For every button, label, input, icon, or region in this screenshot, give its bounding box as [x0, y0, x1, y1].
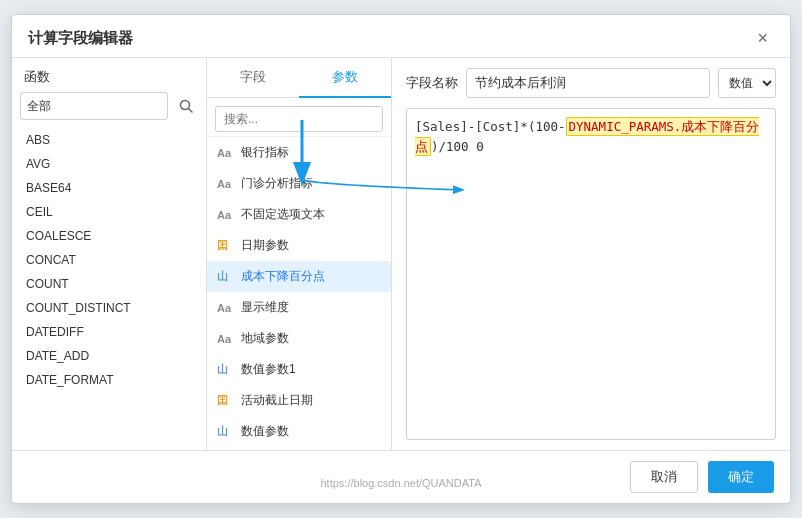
- param-search-box: [207, 98, 391, 137]
- func-count[interactable]: COUNT: [16, 272, 202, 296]
- tab-params[interactable]: 参数: [299, 58, 391, 98]
- param-clinic-label: 门诊分析指标: [241, 175, 313, 192]
- func-ceil[interactable]: CEIL: [16, 200, 202, 224]
- left-panel: 函数 全部 ABS AVG BASE64 CEIL COALESCE CO: [12, 58, 207, 450]
- param-cal-icon: 囯: [217, 393, 235, 408]
- param-aa-icon: Aa: [217, 147, 235, 159]
- filter-row: 全部: [12, 92, 206, 128]
- param-unfixed-label: 不固定选项文本: [241, 206, 325, 223]
- param-activity-date-label: 活动截止日期: [241, 392, 313, 409]
- func-abs[interactable]: ABS: [16, 128, 202, 152]
- param-display-dim-label: 显示维度: [241, 299, 289, 316]
- func-count-distinct[interactable]: COUNT_DISTINCT: [16, 296, 202, 320]
- param-region-label: 地域参数: [241, 330, 289, 347]
- confirm-button[interactable]: 确定: [708, 461, 774, 493]
- function-filter-select[interactable]: 全部: [20, 92, 168, 120]
- dialog-body: 函数 全部 ABS AVG BASE64 CEIL COALESCE CO: [12, 58, 790, 450]
- right-panel: 字段名称 数值 [Sales]-[Cost]*(100-DYNAMIC_PARA…: [392, 58, 790, 450]
- formula-suffix: )/100 0: [431, 139, 484, 154]
- middle-panel: 字段 参数 Aa 银行指标 Aa 门诊分析指标 Aa 不固定选项文本: [207, 58, 392, 450]
- param-bank-label: 银行指标: [241, 144, 289, 161]
- param-numeric-label: 数值参数: [241, 423, 289, 440]
- param-date-label: 日期参数: [241, 237, 289, 254]
- close-button[interactable]: ×: [751, 27, 774, 49]
- param-barchart-icon: 山: [217, 362, 235, 377]
- func-coalesce[interactable]: COALESCE: [16, 224, 202, 248]
- param-numeric1[interactable]: 山 数值参数1: [207, 354, 391, 385]
- param-search-input[interactable]: [215, 106, 383, 132]
- param-cal-icon: 囯: [217, 238, 235, 253]
- param-aa-icon: Aa: [217, 209, 235, 221]
- func-datediff[interactable]: DATEDIFF: [16, 320, 202, 344]
- param-region[interactable]: Aa 地域参数: [207, 323, 391, 354]
- dialog-header: 计算字段编辑器 ×: [12, 15, 790, 58]
- dialog-title: 计算字段编辑器: [28, 29, 133, 48]
- param-numeric[interactable]: 山 数值参数: [207, 416, 391, 447]
- func-date-format[interactable]: DATE_FORMAT: [16, 368, 202, 392]
- func-avg[interactable]: AVG: [16, 152, 202, 176]
- param-cost-pct-label: 成本下降百分点: [241, 268, 325, 285]
- svg-line-1: [189, 109, 193, 113]
- func-concat[interactable]: CONCAT: [16, 248, 202, 272]
- cancel-button[interactable]: 取消: [630, 461, 698, 493]
- dialog: 计算字段编辑器 × 函数 全部 ABS AVG BASE64: [11, 14, 791, 504]
- func-date-add[interactable]: DATE_ADD: [16, 344, 202, 368]
- param-activity-date[interactable]: 囯 活动截止日期: [207, 385, 391, 416]
- function-list: ABS AVG BASE64 CEIL COALESCE CONCAT COUN…: [12, 128, 206, 440]
- param-barchart-icon: 山: [217, 269, 235, 284]
- param-aa-icon: Aa: [217, 178, 235, 190]
- watermark: https://blog.csdn.net/QUANDATA: [321, 477, 482, 489]
- formula-prefix: [Sales]-[Cost]*(100-: [415, 119, 566, 134]
- type-select[interactable]: 数值: [718, 68, 776, 98]
- param-bank[interactable]: Aa 银行指标: [207, 137, 391, 168]
- param-cost-pct[interactable]: 山 成本下降百分点: [207, 261, 391, 292]
- tabs: 字段 参数: [207, 58, 391, 98]
- search-icon: [179, 99, 193, 113]
- field-name-input[interactable]: [466, 68, 710, 98]
- param-unfixed[interactable]: Aa 不固定选项文本: [207, 199, 391, 230]
- field-name-label: 字段名称: [406, 74, 458, 92]
- param-date[interactable]: 囯 日期参数: [207, 230, 391, 261]
- functions-label: 函数: [12, 68, 206, 92]
- formula-area[interactable]: [Sales]-[Cost]*(100-DYNAMIC_PARAMS.成本下降百…: [406, 108, 776, 440]
- dialog-footer: https://blog.csdn.net/QUANDATA 取消 确定: [12, 450, 790, 503]
- func-base64[interactable]: BASE64: [16, 176, 202, 200]
- tab-fields[interactable]: 字段: [207, 58, 299, 98]
- param-aa-icon: Aa: [217, 333, 235, 345]
- param-barchart-icon: 山: [217, 424, 235, 439]
- param-display-dim[interactable]: Aa 显示维度: [207, 292, 391, 323]
- param-numeric1-label: 数值参数1: [241, 361, 296, 378]
- field-name-row: 字段名称 数值: [406, 68, 776, 98]
- param-list: Aa 银行指标 Aa 门诊分析指标 Aa 不固定选项文本 囯 日期参数 山: [207, 137, 391, 450]
- search-icon-button[interactable]: [174, 94, 198, 118]
- param-clinic[interactable]: Aa 门诊分析指标: [207, 168, 391, 199]
- param-aa-icon: Aa: [217, 302, 235, 314]
